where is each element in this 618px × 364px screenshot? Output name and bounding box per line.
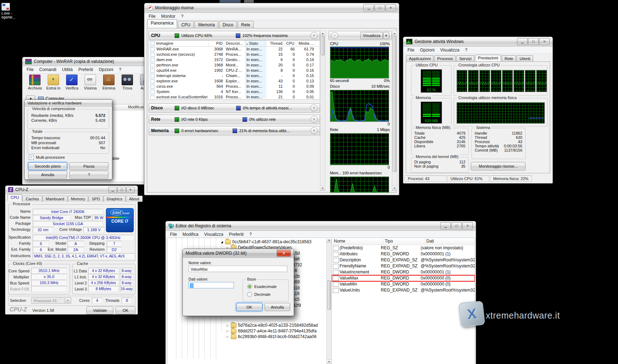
winrar-menu-item[interactable]: Utilità — [59, 66, 75, 73]
close-icon[interactable]: ✕ — [462, 222, 473, 229]
desktop-icon[interactable]: c.exe - egame... — [1, 3, 23, 19]
close-icon[interactable]: ✕ — [277, 250, 291, 257]
row-checkbox[interactable] — [150, 85, 155, 89]
maximize-icon[interactable]: ▢ — [117, 187, 126, 193]
regedit-menu-item[interactable]: Modifica — [180, 231, 201, 238]
cpuz-tab[interactable]: Graphics — [103, 196, 126, 202]
registry-value-row[interactable]: ValueMin REG_DWORD 0x00000000 (0) — [332, 281, 475, 287]
base-radio-option[interactable]: Decimale — [247, 292, 288, 297]
scroll-up-icon[interactable]: ▲ — [327, 238, 331, 243]
taskman-tab[interactable]: Servizi — [456, 55, 474, 61]
regedit-menu-item[interactable]: ? — [246, 231, 255, 238]
collapse-chevron-icon[interactable]: ∧ — [310, 32, 318, 39]
resmon-tab[interactable]: Panoramica — [147, 19, 177, 28]
radio-icon[interactable] — [247, 284, 252, 289]
cpuz-ok-button[interactable]: OK — [116, 306, 135, 314]
resmon-memoria-section-bar[interactable]: Memoria 0 errori hardware/sec 21% di mem… — [149, 126, 320, 135]
panel-collapse-icon[interactable]: › — [331, 32, 338, 39]
tree-guid-fragment[interactable]: e2b — [293, 274, 302, 279]
scroll-up-icon[interactable]: ▲ — [392, 31, 397, 36]
maximize-icon[interactable]: ▢ — [528, 38, 539, 45]
table-row[interactable]: csrss.exe 564 Proces... In esec... 11 0 … — [149, 84, 320, 89]
registry-value-row[interactable]: (Predefinito) REG_SZ (valore non imposta… — [332, 245, 475, 251]
regedit-menu-item[interactable]: File — [167, 231, 180, 238]
expand-chevron-icon[interactable]: ∨ — [310, 104, 318, 112]
winrar-menu-item[interactable]: Preferiti — [75, 66, 96, 73]
col-thread[interactable]: Thread — [266, 40, 284, 46]
tree-guid-fragment[interactable]: 3a6 — [293, 256, 302, 262]
row-checkbox[interactable] — [150, 95, 154, 99]
scroll-down-icon[interactable]: ▼ — [392, 186, 397, 190]
maximize-icon[interactable]: ▢ — [451, 222, 462, 229]
tree-item[interactable]: 6c2993b0-8f48-481f-bcc6-00dd2742aa06 — [226, 334, 318, 339]
resmon-menu-item[interactable]: Monitor — [158, 13, 178, 20]
scrollbar-thumb[interactable] — [327, 281, 331, 310]
col-dati[interactable]: Dati — [425, 238, 475, 245]
row-checkbox[interactable] — [150, 79, 155, 83]
table-row[interactable]: WinRAR.exe 3068 WinRA... In esec... 22 6… — [149, 47, 320, 52]
taskman-menu-item[interactable]: File — [405, 47, 417, 53]
resmon-menu-item[interactable]: ? — [178, 13, 186, 20]
resmon-disco-section-bar[interactable]: Disco I/O disco 0 MB/sec 0% tempo di att… — [149, 103, 320, 113]
tree-expander-icon[interactable] — [226, 330, 229, 333]
winrar-toolbar-button[interactable]: Estrai in — [44, 74, 62, 94]
base-radio-option[interactable]: Esadecimale — [247, 284, 288, 289]
table-row[interactable]: explorer.exe 1608 Esplor... In esec... 4… — [149, 78, 320, 84]
winrar-toolbar-button[interactable]: Verifica — [63, 74, 81, 94]
table-row[interactable]: dwm.exe 1572 Gestio... In esec... 6 0 0.… — [149, 57, 320, 63]
minimize-icon[interactable]: ▁ — [440, 222, 451, 229]
resmon-tab[interactable]: CPU — [178, 21, 194, 28]
resmon-cpu-section-bar[interactable]: CPU Utilizzo CPU 66% 102% frequenza mass… — [149, 31, 320, 40]
benchmark-button[interactable]: Pausa — [69, 162, 108, 170]
table-row[interactable]: System 4 NT Ker... In esec... 136 0 0.05 — [149, 89, 320, 94]
cpuz-tab[interactable]: SPD — [89, 196, 103, 202]
registry-value-row[interactable]: Attributes REG_DWORD 0x00000001 (1) — [332, 251, 475, 257]
header-checkbox[interactable] — [150, 41, 155, 45]
registry-value-row[interactable]: Description REG_EXPAND_SZ @%SystemRoot%\… — [332, 257, 475, 263]
benchmark-button[interactable]: ? — [69, 171, 108, 179]
cpuz-tab[interactable]: Mainboard — [43, 196, 68, 202]
tree-item[interactable]: 68dd2f27-a4ce-4e11-8487-3794e4135dfa — [226, 328, 318, 334]
resmon-menu-item[interactable]: File — [146, 13, 158, 20]
col-descrizione[interactable]: Descrizi... — [224, 40, 245, 46]
tree-expander-icon[interactable] — [220, 240, 224, 244]
tree-guid-fragment[interactable]: 2c5 — [293, 297, 302, 303]
dword-data-input[interactable]: 0 — [188, 282, 234, 288]
expand-chevron-icon[interactable]: ∨ — [310, 116, 318, 123]
minimize-icon[interactable]: ▁ — [517, 38, 528, 45]
winrar-menu-item[interactable]: Comandi — [36, 66, 59, 73]
row-checkbox[interactable] — [150, 74, 155, 78]
row-checkbox[interactable] — [150, 53, 155, 57]
dword-cancel-button[interactable]: Annulla — [265, 303, 290, 311]
table-row[interactable]: svchost.exe (LocalSystemNet... 1016 Proc… — [149, 94, 320, 98]
regedit-menu-item[interactable]: Preferiti — [226, 231, 246, 238]
taskman-tab[interactable]: Rete — [502, 55, 516, 61]
chevron-down-icon[interactable]: ▼ — [65, 298, 70, 303]
row-checkbox[interactable] — [150, 90, 155, 94]
col-nome[interactable]: Nome — [332, 238, 383, 245]
taskman-tab[interactable]: Prestazioni — [475, 55, 501, 61]
col-tipo[interactable]: Tipo — [383, 238, 425, 245]
tree-guid-fragment[interactable]: 119 — [293, 291, 302, 297]
table-row[interactable]: perfmon.exe 1968 Monit... In esec... 20 … — [149, 63, 320, 68]
resmon-right-scrollbar[interactable]: ▲ ▼ — [392, 31, 397, 191]
taskman-tab[interactable]: Applicazioni — [406, 55, 433, 61]
row-checkbox[interactable] — [150, 63, 155, 67]
resmon-rete-section-bar[interactable]: Rete I/O rete 0 Kbps 0% utilizzo rete ∨ — [149, 115, 320, 124]
chevron-down-icon[interactable]: ▼ — [383, 32, 389, 39]
winrar-toolbar-button[interactable]: Archivia — [26, 74, 44, 94]
tree-guid-fragment[interactable]: 15d — [293, 251, 302, 256]
dword-ok-button[interactable]: OK — [236, 303, 262, 311]
benchmark-multiprocessor-checkbox[interactable]: ✓ Multi-processore — [29, 155, 65, 160]
open-resource-monitor-button[interactable]: Monitoraggio risorse... — [471, 162, 526, 170]
winrar-menu-item[interactable]: ? — [116, 66, 124, 73]
close-icon[interactable]: ✕ — [126, 187, 135, 193]
scroll-up-icon[interactable]: ▲ — [320, 31, 325, 36]
tree-item[interactable]: 5d76a2ca-e8c0-402f-a133-2158492d58ad — [226, 322, 318, 328]
table-row[interactable]: cpuz64.exe 1992 CPU-Z ... In esec... 8 0… — [149, 68, 320, 73]
tree-guid-fragment[interactable]: d2f9 — [293, 303, 302, 309]
dword-titlebar[interactable]: Modifica valore DWORD (32 bit) ✕ — [183, 249, 294, 258]
resmon-tab[interactable]: Disco — [219, 21, 237, 28]
winrar-toolbar-button[interactable]: Elimina — [100, 74, 118, 94]
validate-button[interactable]: Validate — [86, 306, 113, 314]
